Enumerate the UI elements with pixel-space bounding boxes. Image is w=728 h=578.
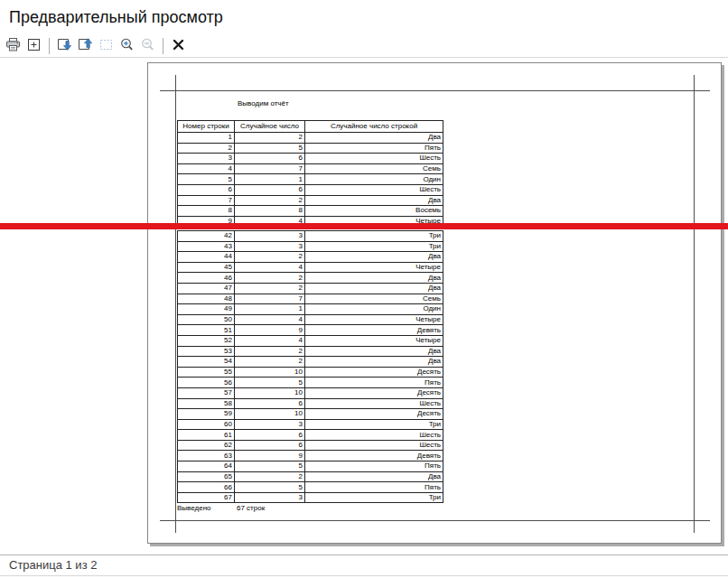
table-cell: 64 <box>178 461 235 472</box>
table-row: 51Один <box>178 174 443 185</box>
table-cell: 2 <box>178 143 235 154</box>
table-row: 603Три <box>178 419 443 430</box>
table-cell: 62 <box>178 440 235 451</box>
margin-line-right <box>694 75 695 533</box>
table-cell: 47 <box>178 283 235 294</box>
table-cell: Десять <box>305 367 443 378</box>
selection-zoom-button[interactable] <box>98 36 115 56</box>
next-page-icon <box>56 37 73 55</box>
table-cell: Два <box>305 346 443 357</box>
print-button[interactable] <box>5 36 22 56</box>
table-cell: Один <box>305 174 443 185</box>
table-cell: 1 <box>178 133 235 144</box>
report-footer-label: Выведено <box>177 504 211 512</box>
table-cell: 57 <box>178 387 235 398</box>
report-table-bottom: 423Три433Три442Два454Четыре462Два472Два4… <box>177 230 443 503</box>
table-row: 491Один <box>178 304 443 315</box>
print-icon <box>5 37 21 55</box>
table-cell: Четыре <box>305 335 443 346</box>
table-row: 616Шесть <box>178 430 443 441</box>
table-cell: 51 <box>178 325 235 336</box>
table-cell: Пять <box>305 378 443 388</box>
table-cell: 3 <box>235 419 305 430</box>
table-cell: 6 <box>235 440 305 451</box>
table-row: 442Два <box>178 252 443 263</box>
table-cell: Шесть <box>305 440 443 451</box>
table-cell: Два <box>305 471 443 482</box>
report-page: Выводим отчёт Номер строкиСлучайное числ… <box>147 62 722 544</box>
report-table-top: Номер строкиСлучайное числоСлучайное чис… <box>177 120 443 227</box>
table-cell: Семь <box>305 294 443 304</box>
prev-page-icon <box>77 37 94 55</box>
table-row: 586Шесть <box>178 398 443 409</box>
preview-area: Выводим отчёт Номер строкиСлучайное числ… <box>0 59 728 555</box>
table-cell: 3 <box>178 154 235 164</box>
table-row: 645Пять <box>178 461 443 472</box>
zoom-out-button[interactable] <box>139 36 156 56</box>
table-cell: 5 <box>235 378 305 388</box>
table-cell: 7 <box>235 163 305 174</box>
table-cell: 2 <box>235 283 305 294</box>
table-cell: 4 <box>235 314 305 325</box>
margin-line-bottom <box>160 520 710 521</box>
table-cell: Девять <box>305 451 443 461</box>
table-row: 542Два <box>178 357 443 368</box>
table-cell: 6 <box>235 430 305 441</box>
toolbar-separator <box>49 38 50 54</box>
table-cell: 3 <box>235 241 305 252</box>
table-cell: Шесть <box>305 184 443 195</box>
table-cell: Два <box>305 273 443 284</box>
table-row: 639Девять <box>178 451 443 461</box>
table-row: 47Семь <box>178 163 443 174</box>
table-cell: Три <box>305 419 443 430</box>
zoom-in-button[interactable] <box>118 36 135 56</box>
prev-page-button[interactable] <box>77 36 94 56</box>
table-header-cell: Номер строки <box>178 121 235 133</box>
table-cell: 1 <box>235 174 305 185</box>
table-cell: 54 <box>178 357 235 368</box>
page-indicator: Страница 1 из 2 <box>0 558 97 572</box>
table-cell: 8 <box>235 206 305 217</box>
table-row: 665Пять <box>178 482 443 493</box>
red-cut-line <box>0 223 728 229</box>
table-cell: 7 <box>178 195 235 206</box>
print-preview-window: Предварительный просмотр <box>0 0 728 578</box>
table-row: 12Два <box>178 133 443 144</box>
table-cell: 5 <box>235 143 305 154</box>
table-cell: Девять <box>305 325 443 336</box>
margin-line-top <box>160 90 710 91</box>
table-cell: 42 <box>178 231 235 242</box>
table-cell: 45 <box>178 262 235 273</box>
table-cell: 63 <box>178 451 235 461</box>
close-preview-button[interactable] <box>170 36 187 56</box>
table-cell: Пять <box>305 482 443 493</box>
table-cell: Четыре <box>305 314 443 325</box>
table-cell: 4 <box>235 335 305 346</box>
table-row: 532Два <box>178 346 443 357</box>
table-cell: 4 <box>178 163 235 174</box>
table-cell: Семь <box>305 163 443 174</box>
table-cell: 44 <box>178 252 235 263</box>
table-cell: 10 <box>235 387 305 398</box>
table-cell: Два <box>305 195 443 206</box>
table-cell: 3 <box>235 231 305 242</box>
table-cell: 6 <box>178 184 235 195</box>
page-setup-button[interactable] <box>25 36 42 56</box>
close-icon <box>172 38 185 54</box>
table-row: 519Девять <box>178 325 443 336</box>
table-cell: Два <box>305 252 443 263</box>
zoom-out-icon <box>140 37 156 55</box>
next-page-button[interactable] <box>56 36 73 56</box>
table-cell: Два <box>305 283 443 294</box>
table-cell: Два <box>305 357 443 368</box>
table-cell: Три <box>305 241 443 252</box>
table-cell: 8 <box>178 206 235 217</box>
table-cell: 53 <box>178 346 235 357</box>
table-cell: 43 <box>178 241 235 252</box>
table-cell: 7 <box>235 294 305 304</box>
table-cell: Пять <box>305 461 443 472</box>
table-cell: 65 <box>178 471 235 482</box>
table-cell: 59 <box>178 409 235 420</box>
table-row: 487Семь <box>178 294 443 304</box>
table-cell: 9 <box>235 325 305 336</box>
